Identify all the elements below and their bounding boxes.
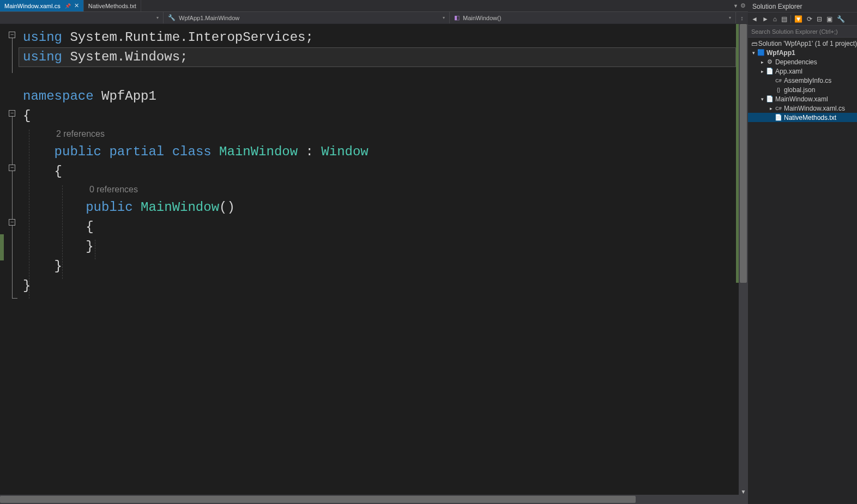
solution-explorer-toolbar: ◄ ► ⌂ ▤ 🔽 ⟳ ⊟ ▣ 🔧 bbox=[748, 13, 857, 26]
text-editor[interactable]: − − − − using System.Runtime.InteropServ… bbox=[0, 24, 748, 495]
type-scope-combo[interactable]: 🔧 WpfApp1.MainWindow ▾ bbox=[164, 12, 450, 23]
solution-explorer-search[interactable]: Search Solution Explorer (Ctrl+;) bbox=[748, 26, 857, 38]
code-surface[interactable]: using System.Runtime.InteropServices;usi… bbox=[19, 24, 736, 495]
tab-label: NativeMethods.txt bbox=[88, 3, 136, 9]
document-tabstrip: MainWindow.xaml.cs 📌 ✕ NativeMethods.txt… bbox=[0, 0, 748, 11]
nav-combo-label: MainWindow() bbox=[463, 15, 501, 21]
search-placeholder: Search Solution Explorer (Ctrl+;) bbox=[751, 28, 838, 35]
code-line[interactable]: } bbox=[19, 276, 736, 296]
code-line[interactable]: } bbox=[19, 257, 736, 276]
code-line[interactable]: public MainWindow() bbox=[19, 198, 736, 217]
member-scope-combo[interactable]: ◧ MainWindow() ▾ bbox=[450, 12, 736, 23]
forward-icon[interactable]: ► bbox=[761, 14, 770, 24]
tree-node[interactable]: 📄NativeMethods.txt bbox=[748, 113, 857, 122]
pin-icon[interactable]: 📌 bbox=[65, 3, 71, 9]
proj-icon: 🟦 bbox=[757, 49, 765, 56]
change-indicator-margin bbox=[0, 24, 4, 495]
tree-node-label: MainWindow.xaml bbox=[775, 95, 828, 103]
show-all-icon[interactable]: ▣ bbox=[825, 14, 834, 24]
tree-node[interactable]: ▸C#MainWindow.xaml.cs bbox=[748, 104, 857, 113]
code-line[interactable]: using System.Windows; bbox=[19, 47, 736, 67]
tree-node[interactable]: ▸⚙Dependencies bbox=[748, 57, 857, 66]
wrench-icon: 🔧 bbox=[168, 14, 176, 21]
tree-node[interactable]: 🗃Solution 'WpfApp1' (1 of 1 project) bbox=[748, 39, 857, 48]
nav-combo-label: WpfApp1.MainWindow bbox=[179, 15, 239, 21]
fold-toggle[interactable]: − bbox=[9, 219, 15, 226]
dep-icon: ⚙ bbox=[765, 58, 774, 65]
project-scope-combo[interactable]: ▾ bbox=[0, 12, 164, 23]
tree-node-label: Solution 'WpfApp1' (1 of 1 project) bbox=[758, 40, 857, 47]
outlining-margin[interactable]: − − − − bbox=[4, 24, 19, 495]
json-icon: {} bbox=[774, 87, 783, 93]
back-icon[interactable]: ◄ bbox=[750, 14, 759, 24]
tree-node-label: WpfApp1 bbox=[767, 49, 795, 57]
expander-icon[interactable]: ▾ bbox=[759, 96, 765, 102]
expander-icon[interactable]: ▾ bbox=[750, 50, 757, 56]
split-horizontal-icon[interactable]: ↕ bbox=[736, 12, 748, 23]
tab-mainwindow-xaml-cs[interactable]: MainWindow.xaml.cs 📌 ✕ bbox=[0, 0, 84, 11]
close-icon[interactable]: ✕ bbox=[74, 2, 79, 9]
expander-icon[interactable]: ▸ bbox=[759, 59, 765, 65]
cs-icon: C# bbox=[774, 106, 783, 111]
chevron-down-icon: ▾ bbox=[729, 15, 731, 20]
solution-tree[interactable]: 🗃Solution 'WpfApp1' (1 of 1 project)▾🟦Wp… bbox=[748, 38, 857, 504]
expander-icon[interactable]: ▸ bbox=[759, 69, 765, 74]
code-line[interactable]: } bbox=[19, 237, 736, 257]
tree-node-label: AssemblyInfo.cs bbox=[784, 77, 831, 84]
expander-icon[interactable]: ▸ bbox=[768, 106, 774, 111]
panel-title-bar[interactable]: Solution Explorer bbox=[748, 1, 857, 13]
cs-icon: C# bbox=[774, 78, 783, 83]
vertical-scrollbar[interactable]: ▲ ▼ bbox=[739, 24, 748, 495]
sln-icon: 🗃 bbox=[751, 40, 757, 47]
tree-node-label: global.json bbox=[784, 86, 815, 94]
scrollbar-thumb[interactable] bbox=[0, 496, 636, 503]
fold-toggle[interactable]: − bbox=[9, 110, 15, 117]
code-line[interactable]: { bbox=[19, 162, 736, 181]
scrollbar-thumb[interactable] bbox=[740, 24, 747, 283]
fold-toggle[interactable]: − bbox=[9, 165, 15, 171]
chevron-down-icon: ▾ bbox=[156, 15, 159, 20]
tree-node[interactable]: {}global.json bbox=[748, 85, 857, 94]
code-line[interactable]: using System.Runtime.InteropServices; bbox=[19, 28, 736, 47]
solution-explorer-panel: Solution Explorer ◄ ► ⌂ ▤ 🔽 ⟳ ⊟ ▣ 🔧 Sear… bbox=[748, 0, 857, 504]
txt-icon: 📄 bbox=[774, 114, 783, 121]
active-files-dropdown-icon[interactable]: ▼ bbox=[733, 3, 738, 9]
method-icon: ◧ bbox=[454, 14, 460, 21]
code-line[interactable]: { bbox=[19, 106, 736, 126]
gear-icon[interactable]: ⚙ bbox=[740, 2, 746, 9]
codelens-label[interactable]: 2 references bbox=[19, 126, 736, 142]
code-line bbox=[19, 67, 736, 87]
tree-node-label: MainWindow.xaml.cs bbox=[784, 105, 845, 112]
tree-node-label: Dependencies bbox=[775, 58, 817, 66]
panel-title: Solution Explorer bbox=[752, 3, 802, 10]
tab-label: MainWindow.xaml.cs bbox=[4, 3, 61, 9]
tree-node-label: App.xaml bbox=[775, 68, 802, 75]
code-line[interactable]: { bbox=[19, 217, 736, 237]
properties-icon[interactable]: 🔧 bbox=[836, 14, 846, 24]
tree-node[interactable]: C#AssemblyInfo.cs bbox=[748, 76, 857, 85]
code-line[interactable]: namespace WpfApp1 bbox=[19, 87, 736, 106]
xaml-icon: 📄 bbox=[765, 68, 774, 75]
horizontal-scrollbar[interactable] bbox=[0, 495, 748, 504]
fold-toggle[interactable]: − bbox=[9, 32, 15, 38]
tree-node[interactable]: ▾🟦WpfApp1 bbox=[748, 48, 857, 57]
switch-views-icon[interactable]: ▤ bbox=[780, 14, 788, 24]
chevron-down-icon: ▾ bbox=[443, 15, 445, 20]
code-navigation-bar: ▾ 🔧 WpfApp1.MainWindow ▾ ◧ MainWindow() … bbox=[0, 11, 748, 24]
tree-node[interactable]: ▸📄App.xaml bbox=[748, 66, 857, 76]
collapse-all-icon[interactable]: ⊟ bbox=[816, 14, 823, 24]
xaml-icon: 📄 bbox=[765, 95, 774, 102]
code-line[interactable]: public partial class MainWindow : Window bbox=[19, 142, 736, 162]
home-icon[interactable]: ⌂ bbox=[772, 14, 778, 24]
tree-node-label: NativeMethods.txt bbox=[784, 114, 836, 122]
filter-icon[interactable]: 🔽 bbox=[793, 14, 804, 24]
sync-icon[interactable]: ⟳ bbox=[806, 14, 813, 24]
tree-node[interactable]: ▾📄MainWindow.xaml bbox=[748, 94, 857, 104]
codelens-label[interactable]: 0 references bbox=[19, 181, 736, 198]
tab-nativemethods-txt[interactable]: NativeMethods.txt bbox=[84, 0, 141, 11]
